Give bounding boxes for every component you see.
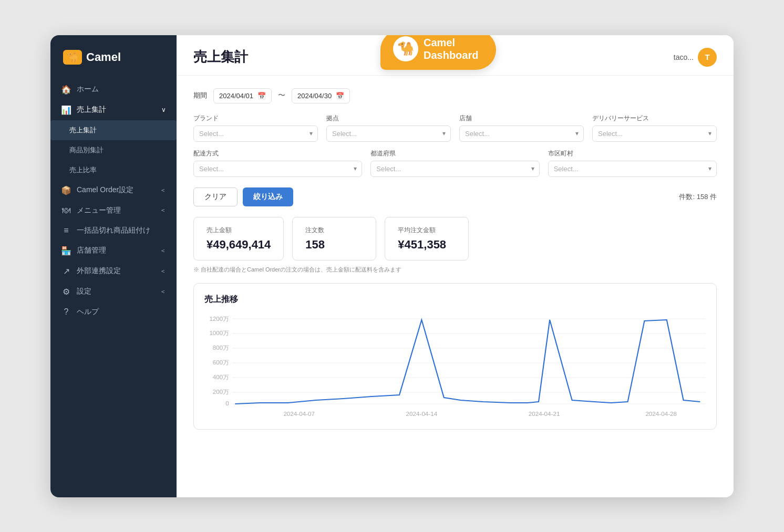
camel-order-icon: 📦 [61,185,71,195]
calendar-from-icon: 📅 [257,92,266,100]
date-separator: 〜 [278,91,285,100]
method-select-wrapper: Select... [193,161,362,177]
svg-text:2024-04-14: 2024-04-14 [406,411,438,417]
logo-icon: 🐪 [63,50,82,65]
sidebar-item-external[interactable]: ↗ 外部連携設定 ＜ [50,261,177,281]
svg-text:2024-04-07: 2024-04-07 [283,411,315,417]
brand-label: ブランド [193,114,318,123]
chart-area: 0 200万 400万 600万 800万 1000万 1200万 2024-0… [204,314,706,419]
store-filter: 店舗 Select... [459,114,584,142]
calendar-to-icon: 📅 [336,92,344,100]
sidebar-item-bulk-label: 一括品切れ商品紐付け [77,226,150,235]
kpi-sales-label: 売上金額 [207,226,271,235]
sidebar-item-bulk[interactable]: ≡ 一括品切れ商品紐付け [50,221,177,241]
kpi-sales-value: ¥49,649,414 [207,238,271,252]
base-select[interactable]: Select... [326,126,451,142]
delivery-filter: デリバリーサービス Select... [592,114,717,142]
sidebar: 🐪 Camel 🏠 ホーム 📊 売上集計 ∨ 売上集計 商品別集計 売上比率 [50,35,177,497]
sidebar-item-sales[interactable]: 📊 売上集計 ∨ [50,100,177,120]
date-to-value: 2024/04/30 [297,92,332,100]
settings-arrow: ＜ [160,287,166,296]
badge-title: CamelDashboard [424,36,478,61]
delivery-select[interactable]: Select... [592,126,717,142]
kpi-orders: 注文数 158 [292,217,376,260]
sidebar-item-home[interactable]: 🏠 ホーム [50,79,177,100]
sales-chart-section: 売上推移 0 200万 400万 [193,283,717,430]
result-count: 件数: 158 件 [679,192,717,202]
svg-text:2024-04-28: 2024-04-28 [645,411,677,417]
bulk-icon: ≡ [61,226,71,235]
svg-text:400万: 400万 [213,374,229,380]
kpi-avg-value: ¥451,358 [398,238,456,252]
sidebar-item-help[interactable]: ? ヘルプ [50,302,177,322]
city-select-wrapper: Select... [548,161,717,177]
sidebar-item-camel-order[interactable]: 📦 Camel Order設定 ＜ [50,180,177,201]
store-select-wrapper: Select... [459,126,584,142]
store-arrow: ＜ [160,246,166,255]
brand-select-wrapper: Select... [193,126,318,142]
sales-icon: 📊 [61,105,71,115]
sidebar-item-sales-product-label: 商品別集計 [69,145,104,155]
sidebar-item-home-label: ホーム [77,85,99,94]
date-from-input[interactable]: 2024/04/01 📅 [213,88,272,103]
avatar: T [698,48,717,67]
method-label: 配達方式 [193,149,362,158]
sidebar-item-sales-ratio[interactable]: 売上比率 [50,160,177,180]
sidebar-item-camel-order-label: Camel Order設定 [77,185,133,195]
svg-text:1000万: 1000万 [209,330,229,336]
kpi-avg: 平均注文金額 ¥451,358 [385,217,469,260]
prefecture-label: 都道府県 [370,149,539,158]
period-filter-row: 期間 2024/04/01 📅 〜 2024/04/30 📅 [193,88,717,103]
filter-button[interactable]: 絞り込み [243,187,293,206]
sidebar-item-external-label: 外部連携設定 [77,266,121,276]
date-to-input[interactable]: 2024/04/30 📅 [292,88,350,103]
delivery-label: デリバリーサービス [592,114,717,123]
kpi-avg-label: 平均注文金額 [398,226,456,235]
camel-dashboard-badge: 🐪 CamelDashboard [380,35,496,70]
city-select[interactable]: Select... [548,161,717,177]
sidebar-item-sales-product[interactable]: 商品別集計 [50,140,177,160]
sidebar-item-menu[interactable]: 🍽 メニュー管理 ＜ [50,201,177,221]
method-select[interactable]: Select... [193,161,362,177]
base-label: 拠点 [326,114,451,123]
page-title: 売上集計 [193,48,248,66]
svg-text:200万: 200万 [213,389,229,395]
prefecture-select-wrapper: Select... [370,161,539,177]
sidebar-item-settings-label: 設定 [77,287,91,296]
clear-button[interactable]: クリア [193,187,238,206]
date-from-value: 2024/04/01 [219,92,253,100]
city-label: 市区町村 [548,149,717,158]
method-filter: 配達方式 Select... [193,149,362,177]
sidebar-item-sales-summary[interactable]: 売上集計 [50,120,177,140]
sidebar-item-settings[interactable]: ⚙ 設定 ＜ [50,281,177,302]
svg-text:0: 0 [225,400,229,406]
user-section: taco... T [674,48,717,67]
sidebar-item-sales-summary-label: 売上集計 [69,126,97,135]
sidebar-item-menu-label: メニュー管理 [77,206,121,215]
city-filter: 市区町村 Select... [548,149,717,177]
kpi-orders-label: 注文数 [305,226,363,235]
logo-text: Camel [86,50,121,64]
brand-select[interactable]: Select... [193,126,318,142]
filter-buttons: クリア 絞り込み [193,187,293,206]
prefecture-select[interactable]: Select... [370,161,539,177]
sidebar-item-store[interactable]: 🏪 店舗管理 ＜ [50,241,177,261]
settings-icon: ⚙ [61,287,71,297]
menu-icon: 🍽 [61,206,71,215]
external-icon: ↗ [61,266,71,276]
content-area: 期間 2024/04/01 📅 〜 2024/04/30 📅 ブランド [177,76,734,497]
help-icon: ? [61,307,71,317]
chart-line [235,320,700,404]
camel-order-arrow: ＜ [160,186,166,195]
main-content: 売上集計 taco... T 期間 2024/04/01 📅 〜 2024/04… [177,35,734,497]
store-label: 店舗 [459,114,584,123]
prefecture-filter: 都道府県 Select... [370,149,539,177]
home-icon: 🏠 [61,85,71,95]
sidebar-item-sales-label: 売上集計 [77,105,106,114]
kpi-sales: 売上金額 ¥49,649,414 [193,217,284,260]
badge-camel-icon: 🐪 [393,36,418,61]
filter-grid-1: ブランド Select... 拠点 Select... [193,114,717,142]
username: taco... [674,53,694,61]
logo: 🐪 Camel [50,35,177,75]
store-select[interactable]: Select... [459,126,584,142]
